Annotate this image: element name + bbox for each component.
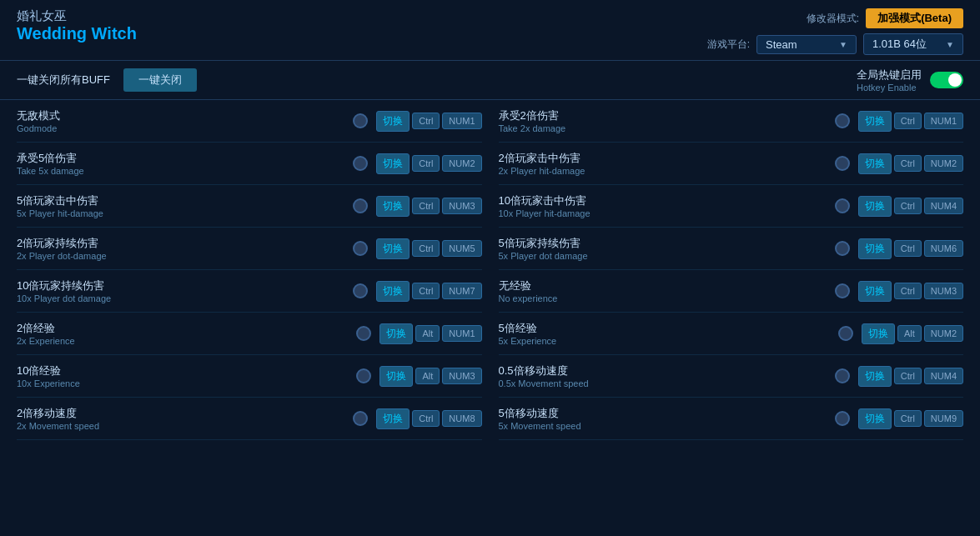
switch-button[interactable]: 切换 (379, 323, 413, 344)
hotkey-group: 切换AltNUM3 (379, 366, 481, 387)
toolbar: 一键关闭所有BUFF 一键关闭 全局热键启用 Hotkey Enable (0, 61, 980, 100)
switch-button[interactable]: 切换 (858, 196, 892, 217)
modifier-key[interactable]: Ctrl (412, 283, 440, 299)
switch-button[interactable]: 切换 (858, 238, 892, 259)
modifier-key[interactable]: Ctrl (894, 283, 922, 299)
buff-toggle[interactable] (835, 241, 850, 256)
hotkey-group: 切换CtrlNUM9 (858, 408, 963, 429)
num-key[interactable]: NUM5 (442, 240, 481, 257)
buff-info: 10倍玩家持续伤害10x Player dot damage (17, 278, 344, 303)
version-select[interactable]: 1.01B 64位 ▼ (863, 33, 963, 55)
mode-button[interactable]: 加强模式(Beta) (866, 8, 963, 28)
num-key[interactable]: NUM2 (924, 155, 963, 172)
num-key[interactable]: NUM7 (442, 283, 481, 299)
buff-toggle[interactable] (353, 198, 368, 213)
switch-button[interactable]: 切换 (862, 323, 895, 344)
buff-name-cn: 2倍玩家击中伤害 (499, 151, 827, 166)
modifier-key[interactable]: Ctrl (894, 198, 922, 214)
buff-toggle[interactable] (356, 368, 371, 383)
switch-button[interactable]: 切换 (858, 408, 892, 429)
modifier-key[interactable]: Ctrl (894, 155, 922, 172)
buff-info: 5倍玩家持续伤害5x Player dot damage (499, 236, 827, 261)
hotkey-group: 切换CtrlNUM2 (376, 153, 481, 174)
buff-row: 承受2倍伤害Take 2x damage切换CtrlNUM1 (499, 100, 964, 143)
num-key[interactable]: NUM2 (442, 155, 481, 172)
num-key[interactable]: NUM2 (924, 325, 963, 342)
switch-button[interactable]: 切换 (376, 238, 410, 259)
hotkey-group: 切换CtrlNUM8 (376, 408, 481, 429)
buff-toggle[interactable] (353, 411, 368, 426)
buff-toggle[interactable] (835, 411, 850, 426)
num-key[interactable]: NUM4 (924, 368, 963, 384)
buff-row: 承受5倍伤害Take 5x damage切换CtrlNUM2 (17, 143, 482, 185)
num-key[interactable]: NUM1 (442, 113, 481, 129)
modifier-key[interactable]: Ctrl (412, 198, 440, 214)
buff-row: 2倍玩家持续伤害2x Player dot-damage切换CtrlNUM5 (17, 228, 482, 270)
buff-info: 5倍经验5x Experience (499, 321, 830, 346)
modifier-key[interactable]: Alt (415, 368, 440, 384)
right-column: 承受2倍伤害Take 2x damage切换CtrlNUM12倍玩家击中伤害2x… (490, 100, 972, 440)
hotkey-en: Hotkey Enable (857, 83, 917, 93)
num-key[interactable]: NUM4 (924, 198, 963, 214)
switch-button[interactable]: 切换 (376, 153, 410, 174)
buff-toggle[interactable] (353, 113, 368, 128)
buff-toggle[interactable] (835, 198, 850, 213)
switch-button[interactable]: 切换 (376, 111, 410, 132)
hotkey-group: 切换CtrlNUM7 (376, 281, 481, 302)
hotkey-toggle[interactable] (930, 72, 963, 88)
switch-button[interactable]: 切换 (379, 366, 413, 387)
buff-toggle[interactable] (835, 113, 850, 128)
buff-toggle[interactable] (356, 326, 371, 341)
buff-name-en: 10x Player hit-damage (499, 208, 827, 218)
num-key[interactable]: NUM6 (924, 240, 963, 257)
modifier-key[interactable]: Alt (415, 325, 440, 342)
buff-toggle[interactable] (353, 283, 368, 298)
switch-button[interactable]: 切换 (376, 281, 410, 302)
num-key[interactable]: NUM8 (442, 410, 481, 427)
buff-toggle[interactable] (353, 241, 368, 256)
modifier-key[interactable]: Alt (897, 325, 922, 342)
num-key[interactable]: NUM3 (442, 368, 481, 384)
hotkey-group: 切换CtrlNUM3 (858, 281, 963, 302)
buff-toggle[interactable] (838, 326, 853, 341)
buff-toggle[interactable] (835, 283, 850, 298)
buff-info: 无经验No experience (499, 278, 827, 303)
switch-button[interactable]: 切换 (376, 196, 410, 217)
num-key[interactable]: NUM1 (442, 325, 481, 342)
num-key[interactable]: NUM3 (442, 198, 481, 214)
num-key[interactable]: NUM9 (924, 410, 963, 427)
buff-name-en: 2x Experience (17, 336, 348, 346)
buff-toggle[interactable] (835, 156, 850, 171)
buff-section-label: 一键关闭所有BUFF (17, 73, 110, 88)
buff-name-en: Take 2x damage (499, 123, 827, 133)
hotkey-group: 切换CtrlNUM4 (858, 366, 963, 387)
close-all-button[interactable]: 一键关闭 (123, 68, 197, 92)
modifier-key[interactable]: Ctrl (894, 368, 922, 384)
modifier-key[interactable]: Ctrl (412, 240, 440, 257)
switch-button[interactable]: 切换 (858, 153, 892, 174)
buff-info: 2倍玩家持续伤害2x Player dot-damage (17, 236, 344, 261)
platform-select[interactable]: Steam ▼ (756, 35, 857, 54)
title-cn: 婚礼女巫 (17, 8, 137, 24)
buff-name-cn: 5倍玩家持续伤害 (499, 236, 827, 251)
modifier-key[interactable]: Ctrl (894, 113, 922, 129)
modifier-key[interactable]: Ctrl (894, 410, 922, 427)
modifier-key[interactable]: Ctrl (412, 113, 440, 129)
switch-button[interactable]: 切换 (858, 366, 892, 387)
buff-info: 无敌模式Godmode (17, 108, 344, 133)
buff-toggle[interactable] (353, 156, 368, 171)
modifier-key[interactable]: Ctrl (894, 240, 922, 257)
buff-name-cn: 无敌模式 (17, 108, 344, 123)
modifier-key[interactable]: Ctrl (412, 410, 440, 427)
platform-value: Steam (766, 38, 797, 51)
buff-name-cn: 0.5倍移动速度 (499, 363, 827, 378)
num-key[interactable]: NUM3 (924, 283, 963, 299)
switch-button[interactable]: 切换 (858, 111, 892, 132)
version-value: 1.01B 64位 (872, 37, 927, 52)
switch-button[interactable]: 切换 (858, 281, 892, 302)
buff-toggle[interactable] (835, 368, 850, 383)
switch-button[interactable]: 切换 (376, 408, 410, 429)
modifier-key[interactable]: Ctrl (412, 155, 440, 172)
num-key[interactable]: NUM1 (924, 113, 963, 129)
buff-name-cn: 2倍经验 (17, 321, 348, 336)
